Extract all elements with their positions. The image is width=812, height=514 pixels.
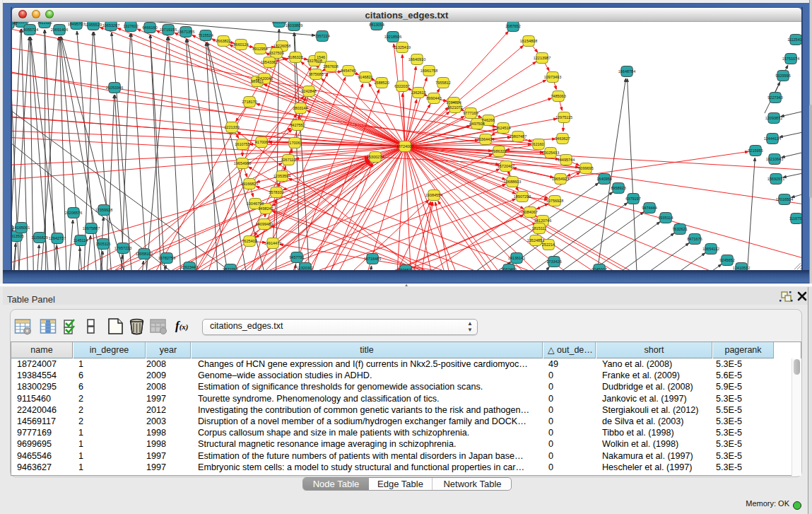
svg-text:3267110: 3267110 — [281, 158, 295, 162]
svg-text:11325419: 11325419 — [394, 45, 411, 49]
svg-text:12923443: 12923443 — [181, 265, 198, 269]
svg-text:6322037: 6322037 — [394, 84, 409, 88]
svg-text:7485063: 7485063 — [551, 94, 565, 98]
svg-text:9329996: 9329996 — [775, 74, 790, 78]
svg-text:8958923: 8958923 — [611, 186, 625, 190]
svg-text:9227343: 9227343 — [767, 95, 782, 100]
svg-text:15720407: 15720407 — [498, 164, 514, 168]
svg-text:9242848: 9242848 — [301, 89, 316, 93]
svg-text:16033809: 16033809 — [286, 23, 302, 28]
svg-text:3624514: 3624514 — [495, 126, 510, 130]
svg-text:9245007: 9245007 — [592, 267, 606, 270]
svg-text:9306572: 9306572 — [398, 268, 413, 270]
svg-text:3498242: 3498242 — [258, 206, 273, 211]
svg-text:9457791: 9457791 — [289, 255, 304, 259]
svg-text:9734024: 9734024 — [446, 100, 461, 105]
svg-text:16782759: 16782759 — [158, 256, 175, 260]
svg-text:15300273: 15300273 — [367, 155, 384, 159]
svg-text:9474444: 9474444 — [642, 206, 657, 210]
svg-text:14136141: 14136141 — [508, 256, 525, 260]
svg-text:10688603: 10688603 — [504, 180, 521, 184]
svg-text:9872763: 9872763 — [223, 267, 237, 270]
svg-text:16210643: 16210643 — [766, 157, 783, 161]
svg-text:14165001: 14165001 — [13, 226, 30, 230]
svg-text:18495703: 18495703 — [68, 22, 85, 26]
svg-text:10653267: 10653267 — [102, 23, 119, 28]
svg-text:1546: 1546 — [317, 55, 325, 59]
svg-text:19166825: 19166825 — [241, 182, 258, 186]
svg-text:6497508: 6497508 — [469, 122, 484, 126]
svg-text:10975887: 10975887 — [83, 226, 100, 230]
svg-text:7632621: 7632621 — [672, 227, 687, 231]
svg-text:22420046: 22420046 — [256, 76, 273, 81]
svg-text:7625402: 7625402 — [242, 239, 257, 243]
svg-text:1815112: 1815112 — [531, 226, 546, 230]
svg-text:19384554: 19384554 — [425, 193, 442, 197]
svg-text:8454749: 8454749 — [341, 69, 355, 73]
svg-text:9062469: 9062469 — [501, 267, 516, 270]
svg-text:3578332: 3578332 — [269, 190, 283, 194]
svg-text:12975115: 12975115 — [555, 115, 572, 119]
svg-text:15751074: 15751074 — [782, 57, 799, 61]
svg-text:14914479: 14914479 — [264, 241, 281, 245]
svg-text:16671355: 16671355 — [177, 30, 194, 34]
svg-text:252214: 252214 — [542, 243, 555, 247]
svg-text:16154808: 16154808 — [520, 39, 537, 43]
svg-text:1362615: 1362615 — [411, 90, 425, 95]
svg-text:11156829: 11156829 — [31, 235, 48, 240]
svg-text:7612115: 7612115 — [37, 22, 52, 25]
svg-text:18907299: 18907299 — [514, 194, 531, 199]
svg-text:7357224: 7357224 — [314, 34, 329, 38]
svg-text:12213987: 12213987 — [534, 56, 551, 60]
svg-text:9215955: 9215955 — [748, 148, 763, 153]
svg-text:9084067: 9084067 — [522, 210, 537, 214]
svg-text:20691406: 20691406 — [51, 28, 68, 32]
svg-text:15692971: 15692971 — [767, 177, 784, 181]
svg-text:1145114: 1145114 — [73, 238, 88, 243]
svg-text:14055724: 14055724 — [21, 28, 38, 32]
svg-text:10025433: 10025433 — [542, 151, 559, 155]
svg-text:8912954: 8912954 — [252, 47, 267, 51]
svg-text:11320302: 11320302 — [297, 266, 314, 270]
svg-text:8471676: 8471676 — [687, 237, 702, 241]
svg-text:9245652: 9245652 — [719, 258, 734, 262]
svg-text:2087652: 2087652 — [505, 24, 520, 28]
svg-text:8186328: 8186328 — [288, 55, 302, 59]
svg-text:8813054: 8813054 — [369, 23, 384, 27]
svg-text:13958107: 13958107 — [136, 252, 153, 256]
svg-text:11955529: 11955529 — [85, 23, 102, 27]
svg-text:9777169: 9777169 — [463, 111, 478, 115]
svg-text:7986322: 7986322 — [491, 149, 506, 153]
svg-text:1327602: 1327602 — [123, 24, 138, 28]
svg-text:2867608: 2867608 — [323, 64, 338, 69]
svg-text:3875685: 3875685 — [308, 72, 323, 76]
svg-text:9327509: 9327509 — [269, 51, 283, 55]
svg-text:10719155: 10719155 — [160, 28, 177, 32]
svg-text:12942737: 12942737 — [49, 236, 66, 240]
svg-text:62160: 62160 — [533, 142, 543, 146]
svg-text:21053346: 21053346 — [106, 86, 123, 90]
svg-text:1588520: 1588520 — [374, 81, 389, 85]
svg-text:19654985: 19654985 — [234, 161, 251, 165]
svg-text:7515524: 7515524 — [198, 33, 213, 37]
svg-text:7663822: 7663822 — [216, 39, 230, 43]
svg-text:15716485: 15716485 — [364, 257, 381, 261]
svg-text:11125419: 11125419 — [787, 37, 801, 42]
svg-text:14495744: 14495744 — [558, 158, 575, 162]
svg-text:13226058: 13226058 — [273, 44, 290, 48]
svg-text:10654112: 10654112 — [702, 247, 719, 251]
svg-text:1505115: 1505115 — [95, 242, 110, 246]
svg-text:10046798: 10046798 — [247, 201, 264, 206]
svg-text:19218506: 19218506 — [384, 35, 401, 39]
svg-text:12410532: 12410532 — [733, 266, 750, 270]
svg-text:8427552: 8427552 — [290, 123, 305, 127]
svg-text:417006: 417006 — [255, 140, 268, 144]
svg-text:12444134: 12444134 — [764, 136, 781, 141]
svg-text:10807487: 10807487 — [510, 134, 526, 139]
svg-text:1640954: 1640954 — [596, 177, 611, 181]
svg-text:16648784: 16648784 — [618, 69, 635, 74]
svg-text:17006: 17006 — [289, 141, 300, 145]
svg-text:6379197: 6379197 — [625, 197, 640, 201]
svg-text:17359928: 17359928 — [95, 208, 112, 212]
svg-text:20364436: 20364436 — [477, 137, 494, 141]
